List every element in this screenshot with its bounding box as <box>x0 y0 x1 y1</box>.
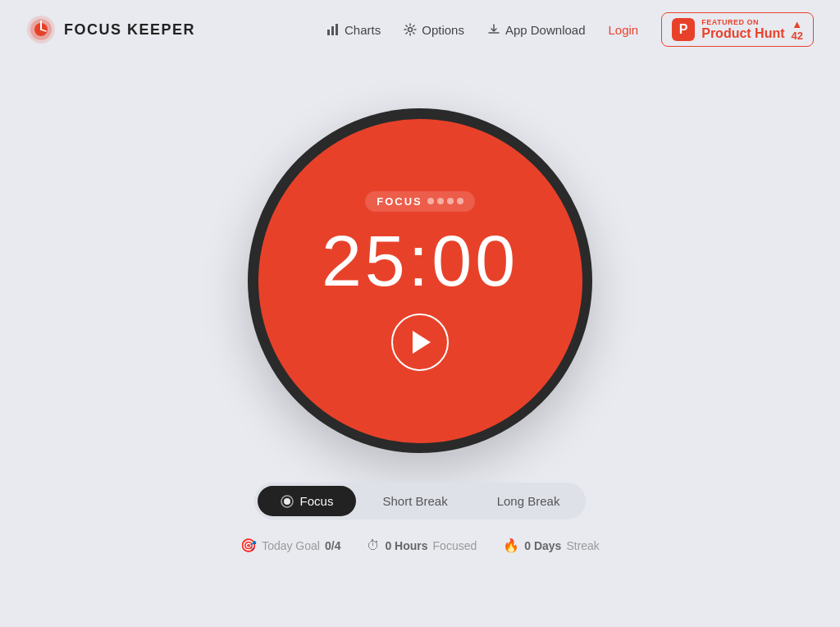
dot-1 <box>427 198 434 204</box>
hours-focused-label: Focused <box>433 539 477 552</box>
play-icon <box>413 331 431 354</box>
focus-mode-icon <box>281 495 294 508</box>
timer-display: 25:00 <box>322 225 518 297</box>
logo[interactable]: FOCUS KEEPER <box>26 15 195 44</box>
gear-icon <box>404 23 417 36</box>
nav-charts[interactable]: Charts <box>326 23 381 37</box>
tab-focus[interactable]: Focus <box>258 486 357 516</box>
app-name: FOCUS KEEPER <box>64 21 195 39</box>
svg-point-8 <box>409 28 413 32</box>
dot-3 <box>447 198 454 204</box>
product-hunt-upvote: ▲ 42 <box>792 19 803 41</box>
days-streak-icon: 🔥 <box>503 538 519 553</box>
product-hunt-logo: P <box>672 18 695 41</box>
timer-circle: FOCUS 25:00 <box>258 119 582 443</box>
header: FOCUS KEEPER Charts Options App Download <box>0 0 840 59</box>
nav-options[interactable]: Options <box>404 23 464 37</box>
dot-2 <box>437 198 444 204</box>
svg-rect-7 <box>336 24 338 35</box>
timer-mode-row: FOCUS <box>365 191 475 212</box>
today-goal-value: 0/4 <box>325 539 340 552</box>
stats-row: 🎯 Today Goal 0/4 ⏱ 0 Hours Focused 🔥 0 D… <box>240 538 600 553</box>
mode-tabs: Focus Short Break Long Break <box>254 483 587 519</box>
today-goal-icon: 🎯 <box>240 538 257 553</box>
nav-app-download[interactable]: App Download <box>487 23 586 37</box>
session-dots <box>427 198 463 204</box>
svg-rect-5 <box>327 30 330 35</box>
main-nav: Charts Options App Download Login P FEAT… <box>326 12 814 47</box>
timer-mode-label: FOCUS <box>377 195 422 208</box>
product-hunt-text: FEATURED ON Product Hunt <box>701 18 784 41</box>
days-streak-value: 0 Days <box>524 539 561 552</box>
timer-outer-ring: FOCUS 25:00 <box>248 108 592 453</box>
hours-focused-icon: ⏱ <box>367 538 380 553</box>
logo-icon <box>26 15 56 44</box>
svg-rect-6 <box>331 26 334 35</box>
today-goal-prefix: Today Goal <box>262 539 320 552</box>
charts-icon <box>326 23 340 36</box>
hours-focused-value: 0 Hours <box>385 539 427 552</box>
main-content: FOCUS 25:00 Focus <box>0 59 840 553</box>
svg-point-9 <box>284 498 290 505</box>
stat-today-goal: 🎯 Today Goal 0/4 <box>240 538 340 553</box>
tab-long-break[interactable]: Long Break <box>474 486 583 516</box>
dot-4 <box>457 198 463 204</box>
play-button[interactable] <box>391 314 449 371</box>
tab-short-break[interactable]: Short Break <box>359 486 470 516</box>
product-hunt-badge[interactable]: P FEATURED ON Product Hunt ▲ 42 <box>661 12 814 47</box>
download-icon <box>487 23 500 36</box>
stat-days-streak: 🔥 0 Days Streak <box>503 538 600 553</box>
days-streak-label: Streak <box>566 539 599 552</box>
nav-login[interactable]: Login <box>609 23 639 37</box>
stat-hours-focused: ⏱ 0 Hours Focused <box>367 538 477 553</box>
